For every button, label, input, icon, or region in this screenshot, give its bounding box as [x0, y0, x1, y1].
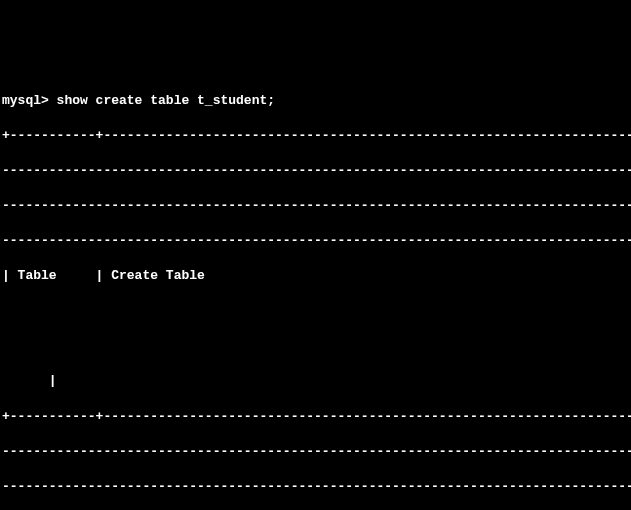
prompt-line: mysql> show create table t_student; [2, 92, 629, 110]
header-end-line: | [2, 372, 629, 390]
separator-line: ----------------------------------------… [2, 162, 629, 180]
separator-line: ----------------------------------------… [2, 197, 629, 215]
separator-line: +-----------+---------------------------… [2, 127, 629, 145]
blank-line [2, 337, 629, 355]
blank-line [2, 302, 629, 320]
separator-line: ----------------------------------------… [2, 232, 629, 250]
separator-line: ----------------------------------------… [2, 478, 629, 496]
header-line: | Table | Create Table [2, 267, 629, 285]
mysql-terminal: mysql> show create table t_student; +---… [2, 74, 629, 510]
separator-line: ----------------------------------------… [2, 443, 629, 461]
separator-line: +-----------+---------------------------… [2, 408, 629, 426]
